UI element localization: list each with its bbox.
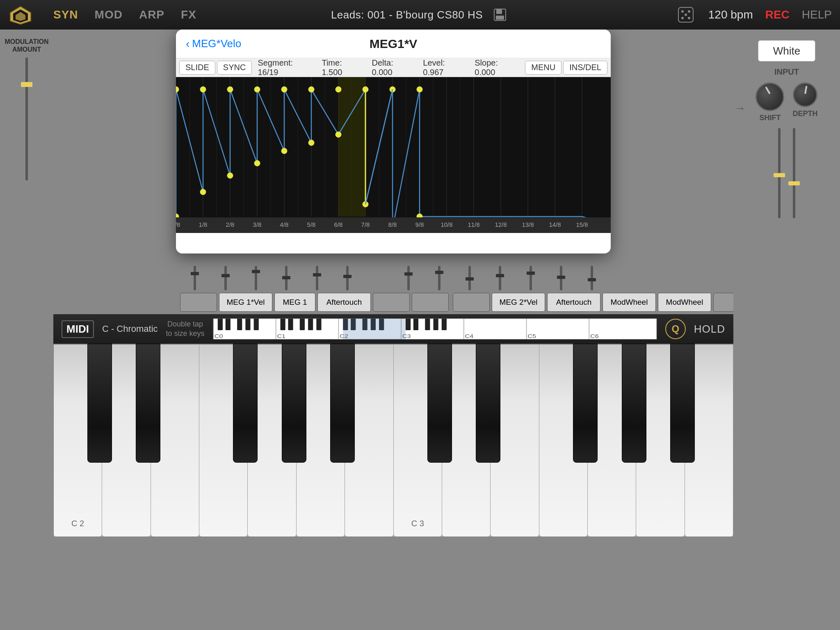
fader-item-9[interactable] xyxy=(455,266,484,290)
svg-point-7 xyxy=(681,10,684,13)
bpm-display[interactable]: 120 bpm xyxy=(708,8,753,21)
piano-key-a3[interactable] xyxy=(636,344,685,536)
fader-track xyxy=(25,57,28,180)
scale-label: C - Chromatic xyxy=(102,324,158,334)
label-aftertouch1[interactable]: Aftertouch xyxy=(317,293,371,312)
piano-key-c2[interactable]: C 2 xyxy=(53,344,102,536)
nav-mod[interactable]: MOD xyxy=(95,8,123,21)
svg-text:14/8: 14/8 xyxy=(549,221,561,228)
fader-handle[interactable] xyxy=(21,82,32,87)
svg-text:13/8: 13/8 xyxy=(522,221,534,228)
depth-fader[interactable] xyxy=(793,128,795,218)
fader-item-11[interactable] xyxy=(516,266,546,290)
piano-key-f2[interactable] xyxy=(199,344,248,536)
fader-item-2[interactable] xyxy=(210,266,240,290)
piano-key-d3[interactable] xyxy=(442,344,491,536)
piano-key-f3[interactable] xyxy=(539,344,588,536)
svg-rect-5 xyxy=(496,16,504,20)
svg-text:4/8: 4/8 xyxy=(280,221,289,228)
label-empty-1[interactable] xyxy=(180,293,217,312)
svg-rect-96 xyxy=(308,318,313,330)
envelope-canvas[interactable]: 0/8 1/8 2/8 3/8 4/8 5/8 6/8 7/8 8/8 9/8 … xyxy=(176,77,611,233)
mini-keyboard[interactable]: C0 C1 C2 C3 C4 C5 C6 xyxy=(213,318,657,340)
dice-icon[interactable] xyxy=(676,5,696,25)
svg-text:12/8: 12/8 xyxy=(495,221,507,228)
svg-point-45 xyxy=(308,87,314,92)
label-aftertouch2[interactable]: Aftertouch xyxy=(547,293,600,312)
depth-fader-handle[interactable] xyxy=(788,181,800,185)
svg-text:C6: C6 xyxy=(590,333,599,339)
svg-rect-12 xyxy=(176,77,611,233)
depth-knob[interactable] xyxy=(793,82,817,107)
nav-syn[interactable]: SYN xyxy=(53,8,78,21)
piano-key-e2[interactable] xyxy=(151,344,199,536)
piano-key-g3[interactable] xyxy=(588,344,636,536)
label-meg1vel[interactable]: MEG 1*Vel xyxy=(219,293,272,312)
piano-key-c3[interactable]: C 3 xyxy=(394,344,442,536)
fader-item-4[interactable] xyxy=(272,266,301,290)
svg-text:10/8: 10/8 xyxy=(441,221,452,228)
label-empty-4[interactable] xyxy=(453,293,490,312)
shift-fader-handle[interactable] xyxy=(774,173,785,177)
white-button[interactable]: White xyxy=(758,40,815,62)
back-button[interactable]: ‹ MEG*Velo xyxy=(186,37,241,50)
label-modwheel2[interactable]: ModWheel xyxy=(658,293,711,312)
shift-fader[interactable] xyxy=(778,128,781,218)
piano-key-e3[interactable] xyxy=(491,344,539,536)
sync-button[interactable]: SYNC xyxy=(217,61,252,75)
segment-info: Segment: 16/19 xyxy=(258,58,312,77)
piano-key-d2[interactable] xyxy=(102,344,151,536)
help-button[interactable]: HELP xyxy=(802,8,832,21)
fader-item-12[interactable] xyxy=(546,266,576,290)
menu-button[interactable]: MENU xyxy=(525,61,562,75)
svg-text:C3: C3 xyxy=(402,333,411,339)
hold-button[interactable]: HOLD xyxy=(694,323,725,336)
rec-button[interactable]: REC xyxy=(765,8,790,21)
shift-label: SHIFT xyxy=(759,114,781,122)
nav-center: Leads: 001 - B'bourg CS80 HS xyxy=(331,6,509,24)
svg-text:11/8: 11/8 xyxy=(468,221,479,228)
piano-key-b3[interactable] xyxy=(685,344,733,536)
patch-name[interactable]: Leads: 001 - B'bourg CS80 HS xyxy=(331,9,483,21)
right-sidebar: → White INPUT SHIFT DEPTH xyxy=(733,30,840,630)
fader-item-10[interactable] xyxy=(485,266,515,290)
fader-item-5[interactable] xyxy=(302,266,332,290)
fader-item-1[interactable] xyxy=(180,266,210,290)
label-meg2vel[interactable]: MEG 2*Vel xyxy=(492,293,545,312)
knobs-container: SHIFT DEPTH xyxy=(756,82,817,122)
mod-amount-label: MODULATION AMOUNT xyxy=(5,38,48,53)
svg-rect-107 xyxy=(441,318,446,330)
label-meg1[interactable]: MEG 1 xyxy=(274,293,315,312)
piano-area[interactable]: C 2 C 3 xyxy=(53,344,733,536)
fader-item-7[interactable] xyxy=(394,266,423,290)
fader-item-13[interactable] xyxy=(577,266,606,290)
svg-text:C1: C1 xyxy=(277,333,285,339)
ins-del-button[interactable]: INS/DEL xyxy=(563,61,607,75)
nav-fx[interactable]: FX xyxy=(181,8,196,21)
piano-key-a2[interactable] xyxy=(297,344,345,536)
app-logo[interactable] xyxy=(8,5,33,25)
label-modwheel1[interactable]: ModWheel xyxy=(603,293,656,312)
slide-button[interactable]: SLIDE xyxy=(179,61,215,75)
svg-point-55 xyxy=(308,140,314,146)
meg-bottom-area xyxy=(176,233,611,253)
mod-amount-fader[interactable] xyxy=(25,57,28,180)
fader-item-3[interactable] xyxy=(241,266,271,290)
save-icon[interactable] xyxy=(491,6,509,24)
quantize-button[interactable]: Q xyxy=(665,319,686,339)
svg-point-10 xyxy=(688,10,690,13)
piano-key-g2[interactable] xyxy=(248,344,296,536)
delta-info: Delta: 0.000 xyxy=(372,58,413,77)
piano-key-b2[interactable] xyxy=(345,344,393,536)
svg-text:C4: C4 xyxy=(465,333,473,339)
label-empty-2[interactable] xyxy=(373,293,410,312)
time-info: Time: 1.500 xyxy=(322,58,362,77)
main-content: MODULATION AMOUNT ‹ MEG*Velo MEG1*V SLID… xyxy=(0,30,840,630)
fader-item-8[interactable] xyxy=(424,266,454,290)
fader-item-6[interactable] xyxy=(333,266,362,290)
svg-point-43 xyxy=(254,87,260,92)
nav-arp[interactable]: ARP xyxy=(139,8,164,21)
shift-knob[interactable] xyxy=(756,82,784,111)
modal-title: MEG1*V xyxy=(370,37,418,51)
label-empty-3[interactable] xyxy=(412,293,449,312)
